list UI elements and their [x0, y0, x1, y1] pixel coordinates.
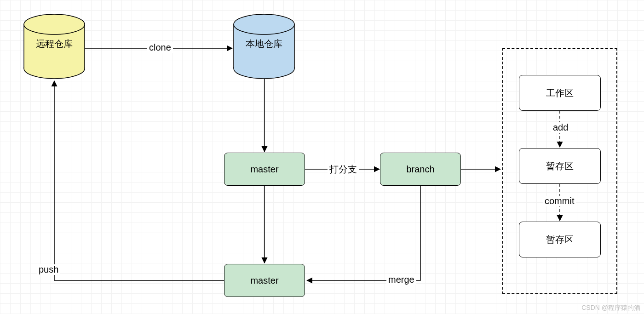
repository-node: 暂存区: [519, 222, 601, 257]
staging-area-node: 暂存区: [519, 148, 601, 184]
svg-point-7: [24, 58, 85, 79]
diagram-canvas: 远程仓库 本地仓库 master branch master 工作区 暂存区 暂…: [0, 0, 644, 314]
edge-label-commit: commit: [543, 196, 576, 206]
edge-label-push: push: [37, 264, 60, 275]
local-repo-label: 本地仓库: [234, 38, 294, 50]
branch-node: branch: [380, 153, 461, 186]
remote-repo-label: 远程仓库: [24, 38, 85, 50]
master-node-2: master: [224, 264, 305, 297]
edge-label-add: add: [551, 122, 570, 133]
svg-point-16: [234, 14, 294, 34]
watermark: CSDN @程序猿的酒: [581, 304, 640, 312]
edge-label-merge: merge: [386, 274, 416, 285]
master-node-1: master: [224, 153, 305, 186]
edge-label-branch: 打分支: [328, 163, 359, 176]
svg-point-11: [24, 14, 85, 34]
working-directory-node: 工作区: [519, 75, 601, 111]
edge-label-clone: clone: [147, 42, 173, 53]
svg-point-12: [234, 58, 294, 79]
